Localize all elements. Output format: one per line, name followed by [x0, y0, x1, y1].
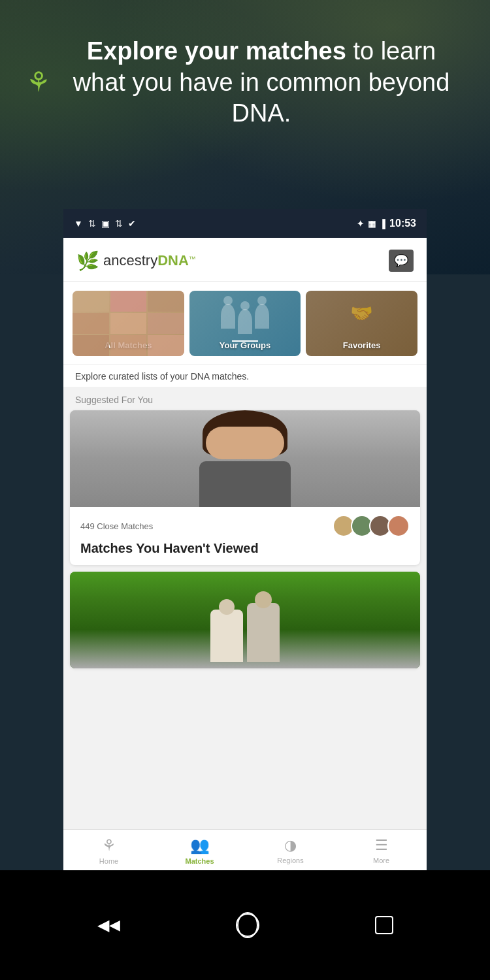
groups-people-silhouette — [221, 304, 269, 334]
wifi-icon: ▼ — [74, 218, 83, 229]
app-header: 🌿 ancestryDNA™ 💬 — [63, 238, 427, 282]
photo-grid — [73, 291, 184, 356]
photo-5 — [110, 313, 147, 334]
explore-text: Explore curated lists of your DNA matche… — [63, 364, 427, 387]
phone-screen: 🌿 ancestryDNA™ 💬 — [63, 238, 427, 870]
couple — [210, 603, 280, 662]
status-right: ✦ ▦ ▐ 10:53 — [357, 218, 416, 229]
logo-dna: DNA — [157, 252, 189, 269]
bluetooth-icon: ✦ — [357, 219, 364, 229]
nav-regions[interactable]: ◑ Regions — [245, 837, 336, 864]
android-home-button[interactable] — [236, 913, 259, 937]
match-count: 449 Close Matches — [80, 521, 153, 531]
match-card-top-1: 449 Close Matches — [80, 515, 410, 537]
person-sil-2 — [238, 309, 252, 334]
outdoor-bg — [70, 572, 420, 668]
category-cards: All Matches Your Groups 🤝 Favorites — [63, 282, 427, 364]
favorites-card[interactable]: 🤝 Favorites — [306, 291, 417, 356]
nav-home[interactable]: ⚘ Home — [63, 836, 154, 865]
android-recents-button[interactable] — [375, 916, 393, 934]
promo-section: ⚘ Explore your matches to learn what you… — [0, 36, 490, 136]
battery-icon: ▐ — [380, 219, 385, 229]
jacket — [199, 461, 291, 507]
head-left — [219, 599, 235, 615]
head-right — [255, 591, 272, 608]
more-icon: ☰ — [375, 837, 388, 854]
android-back-button[interactable]: ◀ — [97, 916, 120, 934]
regions-icon: ◑ — [284, 837, 297, 854]
your-groups-card[interactable]: Your Groups — [189, 291, 301, 356]
your-groups-label: Your Groups — [217, 335, 273, 356]
avatar-4 — [387, 515, 410, 537]
photo-4 — [73, 313, 109, 334]
person-sil-3 — [255, 304, 269, 329]
home-label: Home — [99, 857, 118, 865]
logo-text: ancestryDNA™ — [103, 252, 196, 269]
all-matches-card[interactable]: All Matches — [73, 291, 184, 356]
promo-heading: Explore your matches to learn what you h… — [59, 36, 464, 129]
match-card-unviewed[interactable]: 449 Close Matches Matches You Haven't Vi… — [70, 410, 420, 565]
match-card-info-1: 449 Close Matches Matches You Haven't Vi… — [70, 507, 420, 565]
logo-tm: ™ — [189, 255, 196, 263]
home-icon: ⚘ — [102, 836, 116, 855]
nav-matches[interactable]: 👥 Matches — [154, 836, 245, 865]
favorites-label: Favorites — [340, 335, 384, 356]
photo-6 — [148, 313, 184, 334]
suggested-label: Suggested For You — [63, 387, 427, 410]
logo-leaf-icon: 🌿 — [76, 250, 99, 272]
promo-logo-row: ⚘ Explore your matches to learn what you… — [26, 36, 464, 129]
photo-8 — [110, 335, 147, 356]
scroll-content[interactable]: All Matches Your Groups 🤝 Favorites Expl… — [63, 282, 427, 870]
groups-underline — [232, 340, 258, 342]
person-right — [247, 603, 280, 662]
match-card-2[interactable] — [70, 572, 420, 668]
status-icons-left: ▼ ⇅ ▣ ⇅ ✔ — [74, 218, 136, 229]
person-left — [210, 610, 243, 662]
match-card-image-1 — [70, 410, 420, 507]
nav-more[interactable]: ☰ More — [336, 837, 427, 864]
chat-icon-symbol: 💬 — [394, 253, 408, 268]
photo-7 — [73, 335, 109, 356]
arrows-icon: ⇅ — [115, 218, 123, 229]
logo-ancestry: ancestry — [103, 252, 157, 269]
regions-label: Regions — [277, 857, 303, 864]
bottom-nav: ⚘ Home 👥 Matches ◑ Regions ☰ More — [63, 829, 427, 870]
photo-2 — [110, 291, 147, 312]
matches-icon: 👥 — [190, 836, 210, 855]
ancestry-logo: 🌿 ancestryDNA™ — [76, 250, 196, 272]
image-icon: ▣ — [101, 218, 110, 229]
status-time: 10:53 — [389, 218, 416, 229]
chat-button[interactable]: 💬 — [389, 250, 414, 272]
status-bar: ▼ ⇅ ▣ ⇅ ✔ ✦ ▦ ▐ 10:53 — [63, 209, 427, 238]
photo-1 — [73, 291, 109, 312]
matches-label: Matches — [185, 857, 214, 865]
photo-9 — [148, 335, 184, 356]
more-label: More — [373, 857, 389, 864]
android-nav-bar: ◀ — [0, 870, 490, 980]
unviewed-bg — [70, 410, 420, 507]
check-icon: ✔ — [128, 218, 136, 229]
match-avatars — [333, 515, 410, 537]
photo-3 — [148, 291, 184, 312]
woman-container — [193, 410, 297, 507]
match-title: Matches You Haven't Viewed — [80, 541, 410, 556]
match-card-image-2 — [70, 572, 420, 668]
promo-heading-bold: Explore your matches — [87, 37, 346, 65]
hands-covering — [206, 427, 284, 459]
hands-icon: 🤝 — [350, 302, 373, 324]
person-sil-1 — [221, 304, 235, 329]
sync-icon: ⇅ — [88, 218, 96, 229]
promo-leaf-icon: ⚘ — [26, 69, 51, 96]
signal-icon: ▦ — [368, 219, 376, 229]
